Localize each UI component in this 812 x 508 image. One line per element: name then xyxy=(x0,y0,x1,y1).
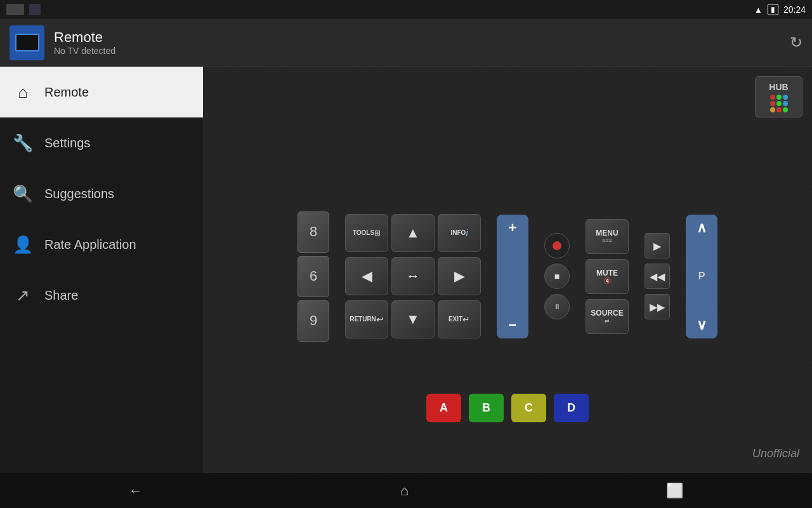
left-button[interactable]: ◀ xyxy=(345,257,388,295)
up-button[interactable]: ▲ xyxy=(391,214,435,252)
rew-icon: ◀◀ xyxy=(650,271,665,283)
app-icon-tv xyxy=(15,34,39,51)
app-icon xyxy=(10,25,44,60)
color-btn-d[interactable]: D xyxy=(554,394,589,422)
down-button[interactable]: ▼ xyxy=(391,300,435,338)
exit-icon: ↵ xyxy=(462,314,470,325)
sidebar-label-rate: Rate Application xyxy=(44,237,136,252)
tools-icon: ⊞ xyxy=(374,229,381,237)
tools-button[interactable]: TOOLS ⊞ xyxy=(345,214,388,252)
exit-label: EXIT xyxy=(449,316,462,323)
down-icon: ▼ xyxy=(406,311,420,328)
app-icon-small xyxy=(29,4,41,15)
sidebar: ⌂ Remote 🔧 Settings 🔍 Suggestions 👤 Rate… xyxy=(0,67,203,473)
sidebar-item-remote[interactable]: ⌂ Remote xyxy=(0,67,203,117)
info-icon: i xyxy=(466,228,468,239)
app-subtitle: No TV detected xyxy=(54,46,790,56)
color-btn-c-label: C xyxy=(525,401,533,415)
stop-button[interactable]: ■ xyxy=(544,264,570,289)
mute-label: MUTE xyxy=(596,269,618,277)
playback-column: ▶ ◀◀ ▶▶ xyxy=(645,233,670,319)
pause-icon: ⏸ xyxy=(553,302,561,311)
rate-icon: 👤 xyxy=(13,235,33,255)
app-title: Remote xyxy=(54,29,790,46)
color-btn-a-label: A xyxy=(440,401,448,415)
sidebar-item-settings[interactable]: 🔧 Settings xyxy=(0,117,203,168)
sidebar-item-rate[interactable]: 👤 Rate Application xyxy=(0,219,203,270)
right-button[interactable]: ▶ xyxy=(438,257,481,295)
return-button[interactable]: RETURN ↩ xyxy=(345,300,388,338)
dpad-bot-row: RETURN ↩ ▼ EXIT ↵ xyxy=(345,300,481,338)
up-icon: ▲ xyxy=(406,225,420,241)
menu-button[interactable]: MENU ≡≡≡ xyxy=(586,219,629,254)
return-label: RETURN xyxy=(350,316,376,323)
sidebar-label-remote: Remote xyxy=(44,85,89,100)
play-icon: ▶ xyxy=(653,240,661,252)
color-btn-b[interactable]: B xyxy=(469,394,504,422)
mute-button[interactable]: MUTE 🔇 xyxy=(586,259,629,294)
ok-button[interactable]: ↔ xyxy=(391,257,435,295)
app-header: Remote No TV detected ↻ xyxy=(0,19,812,67)
record-button[interactable] xyxy=(544,233,570,258)
dpad-top-row: TOOLS ⊞ ▲ INFO i xyxy=(345,214,481,252)
tools-label: TOOLS xyxy=(353,229,374,237)
mute-icon: 🔇 xyxy=(604,277,611,284)
time-display: 20:24 xyxy=(783,4,806,15)
dpad-mid-row: ◀ ↔ ▶ xyxy=(345,257,481,295)
rewind-button[interactable]: ◀◀ xyxy=(645,264,670,289)
watermark: Unofficial xyxy=(752,447,799,460)
ch-down-label: ∨ xyxy=(697,317,707,333)
fast-forward-button[interactable]: ▶▶ xyxy=(645,294,670,319)
main-remote-area: HUB 8 6 9 TOOLS ⊞ xyxy=(203,67,812,473)
ff-icon: ▶▶ xyxy=(650,301,665,313)
home-icon: ⌂ xyxy=(13,83,33,102)
channel-column: ∧ P ∨ xyxy=(686,215,717,338)
wrench-icon: 🔧 xyxy=(13,133,33,153)
nav-back-button[interactable]: ← xyxy=(116,478,155,504)
ok-icon: ↔ xyxy=(406,268,420,284)
screen-icon xyxy=(6,4,24,15)
refresh-button[interactable]: ↻ xyxy=(790,34,802,51)
color-btn-c[interactable]: C xyxy=(511,394,546,422)
num-btn-9[interactable]: 9 xyxy=(298,300,329,342)
status-right: ▲ ▮ 20:24 xyxy=(754,4,806,15)
sidebar-label-settings: Settings xyxy=(44,136,90,150)
status-left xyxy=(6,4,41,15)
sidebar-label-suggestions: Suggestions xyxy=(44,187,114,201)
hub-label: HUB xyxy=(769,82,788,92)
battery-icon: ▮ xyxy=(768,4,778,15)
pause-button[interactable]: ⏸ xyxy=(544,294,570,319)
right-icon: ▶ xyxy=(454,268,465,284)
num-btn-8[interactable]: 8 xyxy=(298,211,329,253)
hub-button[interactable]: HUB xyxy=(755,76,802,117)
dpad-section: TOOLS ⊞ ▲ INFO i ◀ ↔ xyxy=(345,214,481,338)
info-button[interactable]: INFO i xyxy=(438,214,481,252)
info-label: INFO xyxy=(450,229,466,237)
ch-p-label: P xyxy=(698,271,705,282)
exit-button[interactable]: EXIT ↵ xyxy=(438,300,481,338)
num-btn-6[interactable]: 6 xyxy=(298,256,329,297)
source-label: SOURCE xyxy=(591,309,623,318)
number-column: 8 6 9 xyxy=(298,211,329,342)
volume-slider[interactable]: + − xyxy=(497,215,528,338)
ch-up-label: ∧ xyxy=(697,220,707,236)
vol-plus-label: + xyxy=(509,220,517,236)
left-icon: ◀ xyxy=(362,268,372,284)
status-bar: ▲ ▮ 20:24 xyxy=(0,0,812,19)
return-icon: ↩ xyxy=(376,314,384,325)
media-column: ■ ⏸ xyxy=(544,233,570,319)
nav-recent-button[interactable]: ⬜ xyxy=(653,478,696,504)
function-column: MENU ≡≡≡ MUTE 🔇 SOURCE ⇄ xyxy=(586,219,629,334)
channel-slider[interactable]: ∧ P ∨ xyxy=(686,215,717,338)
sidebar-item-share[interactable]: ↗ Share xyxy=(0,270,203,321)
sidebar-item-suggestions[interactable]: 🔍 Suggestions xyxy=(0,168,203,219)
play-button[interactable]: ▶ xyxy=(645,233,670,258)
app-title-block: Remote No TV detected xyxy=(54,29,790,56)
share-icon: ↗ xyxy=(13,286,33,305)
wifi-icon: ▲ xyxy=(754,5,763,15)
source-button[interactable]: SOURCE ⇄ xyxy=(586,299,629,334)
nav-home-button[interactable]: ⌂ xyxy=(388,478,421,504)
color-btn-d-label: D xyxy=(567,401,575,415)
hub-dots xyxy=(770,95,788,112)
color-btn-a[interactable]: A xyxy=(426,394,461,422)
